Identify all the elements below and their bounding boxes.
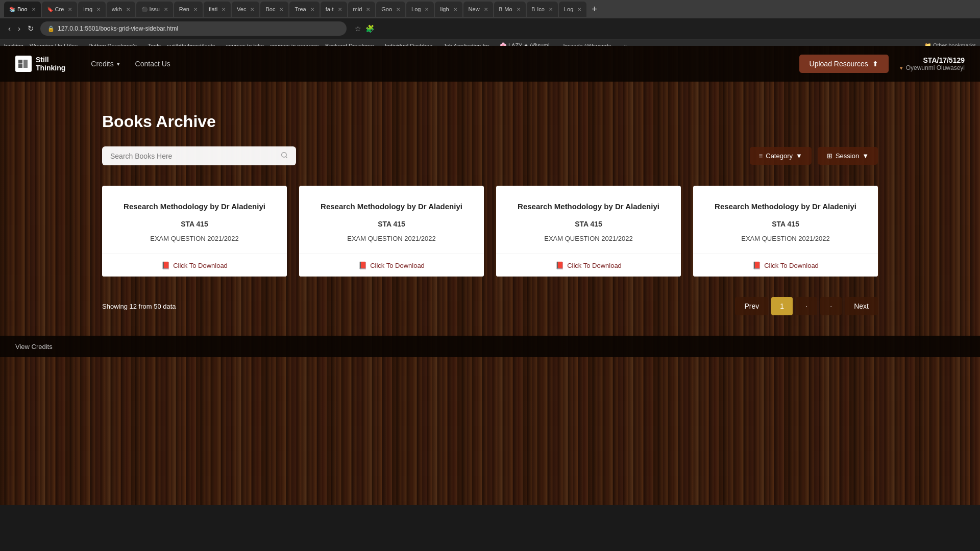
- book-code: STA 415: [309, 220, 474, 228]
- browser-tab-3[interactable]: img ✕: [78, 2, 106, 17]
- new-tab-button[interactable]: +: [587, 4, 601, 15]
- browser-tab-16[interactable]: New ✕: [463, 2, 493, 17]
- session-icon: ⊞: [827, 152, 832, 160]
- main-content: Books Archive ≡ Category ▼: [0, 82, 980, 336]
- filter-buttons: ≡ Category ▼ ⊞ Session ▼: [750, 147, 878, 165]
- page-3-button[interactable]: ·: [820, 297, 842, 315]
- view-credits-link[interactable]: View Credits: [15, 343, 53, 350]
- book-icon: 📕: [555, 261, 564, 269]
- book-title: Research Methodology by Dr Aladeniyi: [309, 201, 474, 212]
- book-code: STA 415: [703, 220, 868, 228]
- browser-tab-12[interactable]: mid ✕: [348, 2, 376, 17]
- browser-tabs: 📚 Boo ✕ 🔖 Cre ✕ img ✕ wkh ✕ ⚫ Issu ✕ Ren…: [0, 0, 980, 18]
- download-link[interactable]: 📕 Click To Download: [358, 261, 425, 269]
- browser-tab-18[interactable]: B Ico ✕: [527, 2, 558, 17]
- book-card: Research Methodology by Dr Aladeniyi STA…: [102, 186, 287, 277]
- browser-tab-10[interactable]: Trea ✕: [289, 2, 319, 17]
- nav-item-contact[interactable]: Contact Us: [130, 57, 176, 71]
- book-card-footer: 📕 Click To Download: [299, 254, 484, 277]
- book-type: EXAM QUESTION 2021/2022: [506, 234, 671, 243]
- browser-tab-2[interactable]: 🔖 Cre ✕: [42, 2, 78, 17]
- reload-button[interactable]: ↻: [26, 23, 36, 34]
- browser-addressbar: ‹ › ↻ 🔒 127.0.0.1:5501/books-grid-view-s…: [0, 18, 980, 39]
- pagination-section: Showing 12 from 50 data Prev 1 · · Next: [102, 297, 878, 315]
- page-2-button[interactable]: ·: [796, 297, 817, 315]
- extensions-icon[interactable]: 🧩: [365, 24, 374, 33]
- navbar-nav: Credits ▼ Contact Us: [86, 57, 799, 71]
- svg-point-3: [282, 153, 286, 157]
- nav-item-credits[interactable]: Credits ▼: [86, 57, 126, 71]
- url-bar[interactable]: 🔒 127.0.0.1:5501/books-grid-view-sidebar…: [40, 21, 347, 36]
- browser-tab-6[interactable]: Ren ✕: [174, 2, 203, 17]
- browser-tab-11[interactable]: fa-t ✕: [321, 2, 347, 17]
- book-icon: 📕: [358, 261, 367, 269]
- navbar: StillThinking Credits ▼ Contact Us Uploa…: [0, 46, 980, 82]
- next-button[interactable]: Next: [845, 297, 878, 315]
- book-title: Research Methodology by Dr Aladeniyi: [112, 201, 277, 212]
- back-button[interactable]: ‹: [6, 23, 13, 34]
- browser-tab-7[interactable]: flati ✕: [204, 2, 231, 17]
- user-dot-icon: ▼: [899, 65, 904, 71]
- book-card: Research Methodology by Dr Aladeniyi STA…: [693, 186, 878, 277]
- book-card: Research Methodology by Dr Aladeniyi STA…: [496, 186, 681, 277]
- book-code: STA 415: [506, 220, 671, 228]
- upload-resources-button[interactable]: Upload Resources ⬆: [799, 55, 889, 73]
- browser-tab-5[interactable]: ⚫ Issu ✕: [136, 2, 173, 17]
- browser-tab-14[interactable]: Log ✕: [406, 2, 434, 17]
- browser-tab-15[interactable]: ligh ✕: [435, 2, 462, 17]
- book-card-footer: 📕 Click To Download: [693, 254, 878, 277]
- book-card-footer: 📕 Click To Download: [102, 254, 287, 277]
- session-filter-button[interactable]: ⊞ Session ▼: [818, 147, 878, 165]
- bookmark-star-icon[interactable]: ☆: [355, 24, 361, 33]
- book-card-body: Research Methodology by Dr Aladeniyi STA…: [693, 186, 878, 254]
- svg-line-4: [286, 157, 287, 158]
- user-name: ▼ Oyewunmi Oluwaseyi: [899, 64, 965, 71]
- page-1-button[interactable]: 1: [771, 297, 793, 315]
- book-title: Research Methodology by Dr Aladeniyi: [506, 201, 671, 212]
- book-code: STA 415: [112, 220, 277, 228]
- footer-bar: View Credits: [0, 336, 980, 357]
- browser-chrome: 📚 Boo ✕ 🔖 Cre ✕ img ✕ wkh ✕ ⚫ Issu ✕ Ren…: [0, 0, 980, 46]
- prev-button[interactable]: Prev: [735, 297, 768, 315]
- browser-tab-9[interactable]: Boc ✕: [260, 2, 288, 17]
- navbar-logo[interactable]: StillThinking: [15, 56, 65, 72]
- download-link[interactable]: 📕 Click To Download: [752, 261, 819, 269]
- search-section: ≡ Category ▼ ⊞ Session ▼: [102, 146, 878, 165]
- showing-text: Showing 12 from 50 data: [102, 303, 176, 310]
- book-icon: 📕: [161, 261, 170, 269]
- browser-nav-buttons: ‹ › ↻: [6, 23, 36, 34]
- page-title: Books Archive: [102, 112, 878, 131]
- category-chevron-icon: ▼: [796, 152, 802, 160]
- search-bar: [102, 146, 296, 165]
- page-wrapper: StillThinking Credits ▼ Contact Us Uploa…: [0, 46, 980, 505]
- book-card-body: Research Methodology by Dr Aladeniyi STA…: [299, 186, 484, 254]
- download-link[interactable]: 📕 Click To Download: [555, 261, 622, 269]
- browser-tab-8[interactable]: Vec ✕: [232, 2, 259, 17]
- search-input[interactable]: [110, 152, 276, 160]
- logo-icon: [15, 56, 32, 72]
- browser-tab-4[interactable]: wkh ✕: [107, 2, 135, 17]
- book-card: Research Methodology by Dr Aladeniyi STA…: [299, 186, 484, 277]
- book-title: Research Methodology by Dr Aladeniyi: [703, 201, 868, 212]
- category-filter-button[interactable]: ≡ Category ▼: [750, 147, 812, 165]
- book-card-footer: 📕 Click To Download: [496, 254, 681, 277]
- browser-tab-13[interactable]: Goo ✕: [376, 2, 405, 17]
- browser-tab-17[interactable]: B Mo ✕: [494, 2, 526, 17]
- browser-tab-19[interactable]: Log ✕: [559, 2, 586, 17]
- books-grid: Research Methodology by Dr Aladeniyi STA…: [102, 186, 878, 277]
- credits-chevron-icon: ▼: [116, 61, 121, 67]
- pagination-buttons: Prev 1 · · Next: [735, 297, 878, 315]
- upload-icon: ⬆: [872, 60, 878, 68]
- book-card-body: Research Methodology by Dr Aladeniyi STA…: [102, 186, 287, 254]
- search-icon[interactable]: [281, 152, 288, 160]
- user-info: STA/17/5129 ▼ Oyewunmi Oluwaseyi: [899, 56, 965, 71]
- browser-tab-active[interactable]: 📚 Boo ✕: [4, 2, 41, 17]
- user-id: STA/17/5129: [899, 56, 965, 64]
- svg-rect-1: [23, 60, 28, 68]
- navbar-right: Upload Resources ⬆ STA/17/5129 ▼ Oyewunm…: [799, 55, 965, 73]
- book-type: EXAM QUESTION 2021/2022: [703, 234, 868, 243]
- session-chevron-icon: ▼: [862, 152, 869, 160]
- download-link[interactable]: 📕 Click To Download: [161, 261, 228, 269]
- book-card-body: Research Methodology by Dr Aladeniyi STA…: [496, 186, 681, 254]
- forward-button[interactable]: ›: [16, 23, 22, 34]
